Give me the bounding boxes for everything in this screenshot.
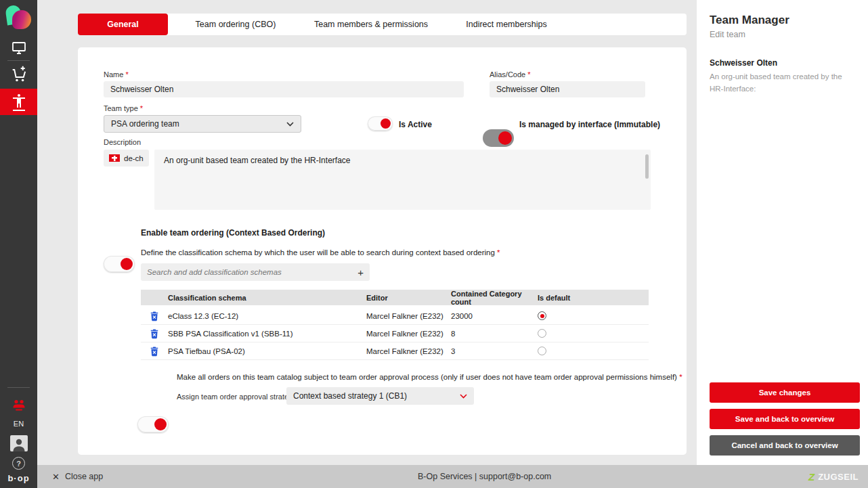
is-active-label: Is Active (399, 120, 432, 129)
description-textarea[interactable]: An org-unit based team created by the HR… (154, 150, 651, 210)
panel-title: Team Manager (710, 14, 789, 27)
approval-strategy-select[interactable]: Context based strategy 1 (CB1) (286, 387, 474, 405)
save-back-overview-button[interactable]: Save and back to overview (710, 409, 860, 429)
schema-name: SBB PSA Classification v1 (SBB-11) (168, 330, 366, 338)
app-footer: ✕ Close app B-Op Services | support@b-op… (37, 465, 868, 488)
scrollbar-thumb[interactable] (645, 154, 649, 179)
col-classification-schema: Classification schema (168, 294, 366, 302)
schema-name: eClass 12.3 (EC-12) (168, 312, 366, 320)
remove-schema-button[interactable] (141, 328, 168, 339)
table-row: eClass 12.3 (EC-12) Marcel Falkner (E232… (141, 307, 649, 325)
name-input[interactable] (104, 81, 464, 97)
active-indicator (13, 110, 25, 111)
trash-x-icon (150, 311, 159, 321)
person-silhouette-icon (11, 437, 27, 451)
classification-schema-table: Classification schema Editor Contained C… (141, 290, 649, 360)
is-default-radio[interactable] (538, 347, 546, 355)
trash-x-icon (150, 346, 159, 357)
zugseil-z-icon: Z (808, 471, 815, 483)
order-approval-text: Make all orders on this team catalog sub… (177, 373, 682, 381)
close-icon: ✕ (52, 472, 60, 482)
tab-team-ordering-cbo[interactable]: Team ordering (CBO) (168, 14, 303, 35)
chevron-down-icon (460, 394, 467, 399)
schema-editor: Marcel Falkner (E232) (366, 330, 451, 338)
schema-count: 3 (451, 347, 538, 355)
schema-name: PSA Tiefbau (PSA-02) (168, 347, 366, 355)
remove-schema-button[interactable] (141, 346, 168, 357)
is-default-radio[interactable] (538, 311, 546, 320)
table-row: SBB PSA Classification v1 (SBB-11) Marce… (141, 325, 649, 342)
col-editor: Editor (366, 294, 451, 302)
enable-team-ordering-toggle[interactable] (104, 256, 135, 272)
bop-brand-logo: b·op (0, 473, 37, 483)
tab-indirect-memberships[interactable]: Indirect memberships (439, 14, 574, 35)
alias-code-input[interactable] (490, 81, 645, 97)
desktop-monitor-icon[interactable] (0, 40, 37, 56)
is-default-radio[interactable] (538, 329, 546, 338)
team-type-label: Team type * (104, 104, 143, 112)
col-category-count: Contained Category count (451, 290, 538, 306)
is-active-toggle[interactable] (368, 116, 393, 131)
order-approval-toggle[interactable] (137, 416, 169, 432)
tab-bar: General Team ordering (CBO) Team members… (78, 14, 687, 35)
swiss-flag-icon (109, 154, 120, 162)
tab-team-members-permissions[interactable]: Team members & permissions (303, 14, 439, 35)
team-manager-app: EN ? b·op General Team ordering (CBO) Te… (0, 0, 868, 488)
support-text: B-Op Services | support@b-op.com (418, 472, 551, 481)
name-label: Name * (104, 70, 129, 79)
sidebar-divider (7, 387, 30, 388)
panel-team-description: An org-unit based team created by the HR… (710, 71, 850, 95)
cart-add-icon[interactable] (0, 65, 37, 84)
context-side-panel: Team Manager Edit team Schweisser Olten … (697, 0, 868, 465)
edit-team-form-card: Name * Alias/Code * Team type * PSA orde… (78, 47, 687, 455)
alias-code-label: Alias/Code * (490, 70, 531, 79)
team-type-select[interactable]: PSA ordering team (104, 115, 301, 133)
chevron-down-icon (286, 122, 294, 127)
language-chip[interactable]: de-ch (104, 150, 149, 167)
language-selector[interactable]: EN (0, 420, 37, 428)
logo-gradient-shape (12, 10, 31, 29)
schema-search-box: + (141, 263, 370, 281)
accessibility-person-icon (11, 93, 27, 109)
managed-by-interface-toggle (483, 129, 514, 147)
schema-editor: Marcel Falkner (E232) (366, 312, 451, 320)
managed-by-interface-label: Is managed by interface (Immutable) (519, 120, 660, 129)
schema-count: 8 (451, 330, 538, 338)
zugseil-brand: Z ZUGSEIL (808, 471, 859, 483)
panel-subtitle: Edit team (710, 30, 745, 39)
app-sidebar: EN ? b·op (0, 0, 37, 488)
sidebar-divider (7, 60, 30, 61)
cancel-back-overview-button[interactable]: Cancel and back to overview (710, 435, 860, 456)
panel-team-name: Schweisser Olten (710, 58, 777, 68)
table-header-row: Classification schema Editor Contained C… (141, 290, 649, 305)
define-schema-text: Define the classification schema by whic… (141, 248, 500, 257)
company-logo-icon[interactable] (5, 3, 35, 35)
remove-schema-button[interactable] (141, 311, 168, 321)
approval-strategy-label: Assign team order approval strategy (177, 393, 297, 401)
schema-count: 23000 (451, 312, 538, 320)
user-avatar[interactable] (10, 435, 28, 451)
help-icon[interactable]: ? (12, 457, 25, 470)
enable-team-ordering-label: Enable team ordering (Context Based Orde… (141, 228, 325, 238)
schema-editor: Marcel Falkner (E232) (366, 347, 451, 355)
col-is-default: Is default (538, 294, 649, 302)
description-label: Description (104, 138, 141, 146)
schema-search-input[interactable] (147, 268, 357, 276)
team-group-icon[interactable] (0, 398, 37, 413)
add-icon[interactable]: + (357, 267, 364, 278)
save-changes-button[interactable]: Save changes (710, 382, 860, 403)
table-row: PSA Tiefbau (PSA-02) Marcel Falkner (E23… (141, 342, 649, 360)
sidebar-item-team-manager[interactable] (0, 89, 37, 115)
tab-general[interactable]: General (78, 14, 168, 35)
trash-x-icon (150, 328, 159, 339)
close-app-button[interactable]: ✕ Close app (52, 472, 103, 482)
